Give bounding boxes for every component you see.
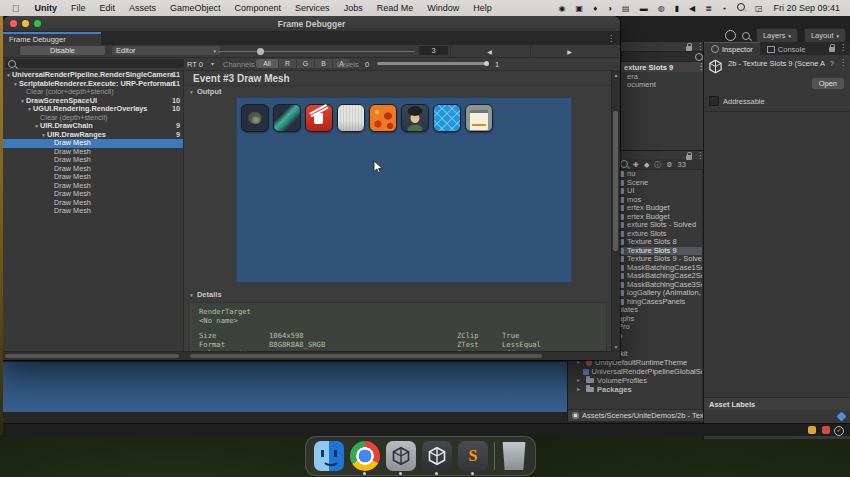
sublime-text-dock-icon[interactable]: S [458, 441, 488, 471]
tree-row[interactable]: Draw Mesh [3, 165, 183, 174]
menu-gameobject[interactable]: GameObject [163, 3, 228, 13]
scrollbar-thumb[interactable] [613, 111, 618, 251]
portrait-texture-thumb[interactable] [401, 104, 429, 132]
channel-b-button[interactable]: B [315, 59, 332, 68]
card-texture-thumb[interactable] [465, 104, 493, 132]
tree-row[interactable]: Draw Mesh [3, 148, 183, 157]
lock-icon[interactable] [829, 47, 835, 52]
lock-icon[interactable] [686, 155, 692, 160]
rt-dropdown[interactable]: RT 0 [187, 60, 203, 69]
tree-row[interactable]: Clear (depth+stencil) [3, 114, 183, 123]
channel-all-button[interactable]: All [256, 59, 278, 68]
hierarchy-search[interactable] [621, 51, 707, 62]
help-icon[interactable]: ? [830, 59, 834, 74]
finder-dock-icon[interactable] [314, 441, 344, 471]
frame-slider[interactable] [218, 51, 415, 52]
scrollbar-thumb[interactable] [190, 354, 542, 358]
hierarchy-item[interactable]: era [621, 72, 707, 81]
settings-icon[interactable]: ⚙ [666, 161, 672, 168]
hierarchy-scene-header[interactable]: exture Slots 9 ⋮ [621, 62, 707, 72]
menu-extra-icon[interactable]: ♦ [588, 4, 602, 13]
addressable-checkbox[interactable] [709, 96, 719, 106]
menu-file[interactable]: File [64, 3, 93, 13]
close-button[interactable] [10, 20, 17, 27]
tree-row-selected[interactable]: Draw Mesh [3, 139, 183, 148]
frame-number-field[interactable]: 3 [419, 46, 448, 55]
ok-icon[interactable]: ✓ [834, 426, 844, 436]
action-character-texture-thumb[interactable] [273, 104, 301, 132]
render-target-preview[interactable] [236, 97, 572, 283]
disable-button[interactable]: Disable [20, 46, 105, 55]
blue-diamond-texture-thumb[interactable] [433, 104, 461, 132]
volume-icon[interactable]: ◀ [684, 4, 700, 13]
spotlight-search-icon[interactable] [732, 3, 750, 13]
tree-row[interactable]: Draw Mesh [3, 182, 183, 191]
open-button[interactable]: Open [811, 77, 845, 90]
layers-dropdown[interactable]: Layers▾ [756, 28, 798, 43]
scroll-down-icon[interactable]: ▼ [613, 344, 619, 350]
creature-texture-thumb[interactable] [241, 104, 269, 132]
menu-window[interactable]: Window [420, 3, 466, 13]
menu-help[interactable]: Help [466, 3, 499, 13]
menu-extra-icon[interactable]: ▬ [635, 4, 653, 13]
horizontal-scrollbar[interactable] [3, 351, 620, 360]
menu-edit[interactable]: Edit [93, 3, 123, 13]
levels-handle[interactable] [484, 61, 489, 66]
panel-menu-icon[interactable]: ⋮ [607, 35, 615, 43]
tree-row[interactable]: ▼UGUI.Rendering.RenderOverlays10 [3, 105, 183, 114]
delete-brush-texture-thumb[interactable] [305, 104, 333, 132]
asset-labels-header[interactable]: Asset Labels [704, 397, 850, 410]
project-folder-row[interactable]: ▸VolumeProfiles [568, 376, 707, 385]
window-titlebar[interactable]: Frame Debugger [3, 16, 620, 32]
tree-row[interactable]: Draw Mesh [3, 156, 183, 165]
channel-g-button[interactable]: G [297, 59, 314, 68]
label-icon[interactable]: ◆ [644, 161, 649, 168]
tree-row[interactable]: Draw Mesh [3, 207, 183, 216]
vertical-scrollbar[interactable]: ▲ ▼ [611, 71, 620, 351]
tree-row[interactable]: ▼UIR.DrawRanges9 [3, 131, 183, 140]
menu-services[interactable]: Services [288, 3, 337, 13]
levels-slider[interactable] [377, 62, 490, 65]
hierarchy-item[interactable]: ocument [621, 81, 707, 90]
tree-row[interactable]: ▼UniversalRenderPipeline.RenderSingleCam… [3, 71, 183, 80]
paper-texture-thumb[interactable] [337, 104, 365, 132]
minimize-button[interactable] [22, 20, 29, 27]
zoom-button[interactable] [34, 20, 41, 27]
scroll-up-icon[interactable]: ▲ [613, 72, 619, 78]
lock-icon[interactable] [686, 46, 692, 51]
tree-row[interactable]: Draw Mesh [3, 173, 183, 182]
error-icon[interactable] [822, 426, 830, 434]
menu-component[interactable]: Component [228, 3, 289, 13]
channel-r-button[interactable]: R [279, 59, 296, 68]
scrollbar-thumb[interactable] [5, 354, 179, 358]
slider-handle[interactable] [257, 48, 264, 55]
search-input[interactable] [5, 59, 184, 68]
label-tag-icon[interactable] [837, 412, 847, 422]
chrome-dock-icon[interactable] [350, 441, 380, 471]
bluetooth-icon[interactable]: ⋆ [717, 4, 732, 13]
project-folder-row[interactable]: ▸Packages [568, 385, 707, 394]
menu-extra-icon[interactable]: ◉ [554, 4, 571, 13]
tab-frame-debugger[interactable]: Frame Debugger [3, 32, 101, 45]
menu-assets[interactable]: Assets [122, 3, 163, 13]
filter-type-icon[interactable]: ✚ [633, 161, 639, 168]
target-select[interactable]: Editor▾ [112, 46, 220, 55]
prev-frame-button[interactable]: ◀ [450, 45, 528, 57]
tab-inspector[interactable]: Inspector [704, 42, 760, 55]
apple-menu-icon[interactable]:  [0, 3, 28, 14]
details-foldout[interactable]: ▼Details [184, 289, 611, 300]
panel-menu-icon[interactable]: ⋮ [839, 44, 847, 52]
unity-hub-dock-icon[interactable] [386, 441, 416, 471]
control-center-icon[interactable]: ◲ [750, 4, 768, 13]
asset-menu-icon[interactable]: ⋮ [839, 59, 847, 74]
unity-editor-dock-icon[interactable] [422, 441, 452, 471]
tree-row[interactable]: Clear (color+depth+stencil) [3, 88, 183, 97]
menu-clock[interactable]: Fri 20 Sep 09:41 [767, 3, 850, 13]
tree-row[interactable]: ▼UIR.DrawChain9 [3, 122, 183, 131]
search-icon[interactable] [620, 160, 628, 168]
account-icon[interactable] [725, 30, 736, 41]
tree-row[interactable]: Draw Mesh [3, 199, 183, 208]
display-icon[interactable]: ▣ [571, 4, 589, 13]
tab-console[interactable]: Console [760, 43, 813, 55]
wifi-icon[interactable]: ≣ [700, 4, 717, 13]
